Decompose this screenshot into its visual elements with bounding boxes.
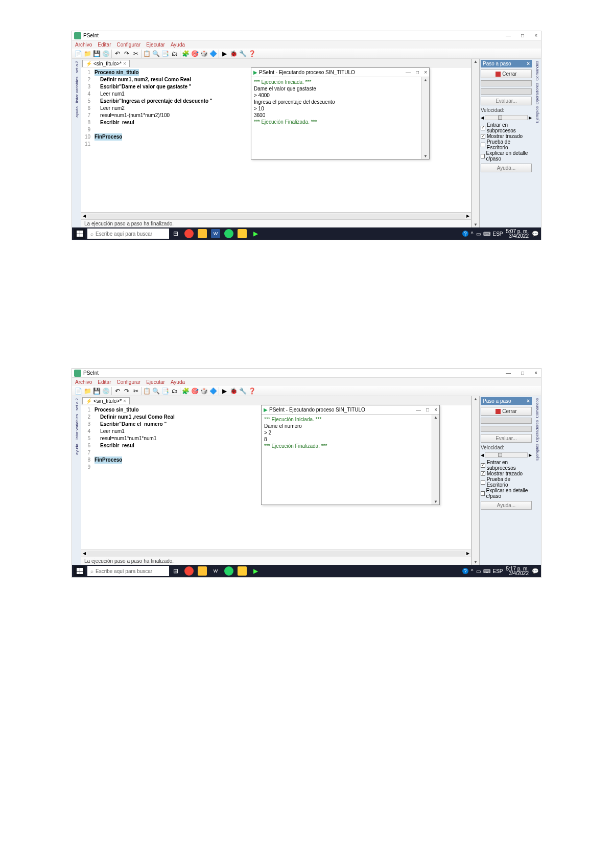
toolbar-btn-4[interactable]: ↶ — [113, 386, 122, 395]
word-icon[interactable]: W — [211, 566, 220, 576]
toolbar-btn-15[interactable]: ▶ — [220, 49, 229, 58]
scroll-left-icon[interactable]: ◀ — [81, 214, 87, 218]
toolbar-btn-10[interactable]: 🗂 — [170, 49, 179, 58]
toolbar-btn-0[interactable]: 📄 — [74, 386, 83, 395]
vtab-3[interactable]: ayuda — [74, 443, 80, 456]
taskbar-search[interactable]: ⌕ Escribe aquí para buscar — [87, 229, 169, 239]
toolbar-btn-3[interactable]: 💿 — [102, 386, 110, 395]
chevron-up-icon[interactable]: ^ — [471, 568, 474, 574]
cortana-icon[interactable]: ⊟ — [171, 229, 180, 238]
checkbox[interactable]: ✓ — [481, 134, 485, 139]
toolbar-btn-13[interactable]: 🎲 — [200, 386, 208, 395]
explorer-icon[interactable] — [198, 566, 207, 576]
toolbar-btn-17[interactable]: 🔧 — [239, 386, 247, 395]
toolbar-btn-0[interactable]: 📄 — [74, 49, 83, 58]
slider-left-icon[interactable]: ◀ — [481, 453, 484, 458]
taskbar-search[interactable]: ⌕ Escribe aquí para buscar — [87, 566, 169, 576]
battery-icon[interactable]: ▭ — [476, 568, 481, 574]
evaluar-button[interactable]: Evaluar... — [481, 97, 532, 105]
toolbar-btn-14[interactable]: 🔷 — [209, 386, 218, 395]
toolbar-btn-9[interactable]: 📑 — [161, 49, 170, 58]
option-row[interactable]: Explicar en detalle c/paso — [481, 488, 532, 499]
chevron-up-icon[interactable]: ^ — [471, 231, 474, 237]
option-row[interactable]: ✓Entrar en subprocesos — [481, 122, 532, 133]
console-output[interactable]: *** Ejecución Iniciada. ***Dame el numer… — [262, 415, 432, 505]
scroll-left-icon[interactable]: ◀ — [81, 551, 87, 556]
whatsapp-icon[interactable] — [224, 566, 233, 576]
toolbar-btn-17[interactable]: 🔧 — [239, 49, 247, 58]
toolbar-btn-3[interactable]: 💿 — [102, 49, 110, 58]
explorer-icon[interactable] — [198, 229, 207, 238]
editor-hscroll[interactable]: ◀ ▶ — [81, 550, 471, 557]
vtab-1[interactable]: set a.2 — [74, 60, 80, 74]
toolbar-btn-16[interactable]: 🐞 — [229, 49, 238, 58]
toolbar-btn-16[interactable]: 🐞 — [229, 386, 238, 395]
maximize-button[interactable]: □ — [520, 33, 526, 38]
minimize-button[interactable]: — — [504, 370, 512, 376]
lang-indicator[interactable]: ESP — [493, 231, 503, 237]
toolbar-btn-7[interactable]: 📋 — [143, 386, 151, 395]
run-task-icon[interactable]: ▶ — [251, 229, 260, 238]
toolbar-btn-5[interactable]: ↷ — [122, 49, 131, 58]
toolbar-btn-9[interactable]: 📑 — [161, 386, 170, 395]
doc-tab-close[interactable]: × — [123, 398, 126, 404]
checkbox[interactable]: ✓ — [481, 126, 485, 130]
minimize-button[interactable]: — — [504, 33, 512, 38]
console-vscroll[interactable]: ▲ ▼ — [432, 415, 439, 505]
toolbar-btn-7[interactable]: 📋 — [143, 49, 151, 58]
toolbar-btn-2[interactable]: 💾 — [92, 49, 101, 58]
scroll-right-icon[interactable]: ▶ — [465, 551, 471, 556]
whatsapp-icon[interactable] — [224, 229, 233, 238]
console-min[interactable]: — — [406, 70, 411, 75]
close-button[interactable]: × — [533, 370, 539, 376]
console-close[interactable]: × — [434, 407, 437, 413]
rvtab-2[interactable]: Operadores — [534, 82, 540, 105]
menu-configurar[interactable]: Configurar — [116, 42, 140, 48]
wifi-icon[interactable]: ⌨ — [483, 231, 490, 237]
close-button[interactable]: × — [533, 33, 539, 38]
menu-ejecutar[interactable]: Ejecutar — [146, 379, 165, 385]
notifications-icon[interactable]: 💬 — [532, 231, 539, 237]
vtab-1[interactable]: set a.2 — [74, 397, 80, 412]
toolbar-btn-1[interactable]: 📁 — [83, 49, 92, 58]
menu-archivo[interactable]: Archivo — [75, 42, 92, 48]
main-vscroll[interactable]: ▲ ▼ — [471, 396, 479, 565]
evaluar-button[interactable]: Evaluar... — [481, 434, 532, 443]
scroll-track[interactable] — [87, 551, 465, 556]
clock[interactable]: 5:07 p. m. 3/4/2022 — [506, 229, 529, 238]
toolbar-btn-6[interactable]: ✂ — [131, 386, 140, 395]
panel-close-icon[interactable]: × — [527, 61, 530, 66]
rvtab-3[interactable]: Ejemplos — [534, 443, 540, 462]
toolbar-btn-11[interactable]: 🧩 — [181, 386, 190, 395]
toolbar-btn-4[interactable]: ↶ — [113, 49, 122, 58]
console-max[interactable]: □ — [416, 70, 419, 75]
toolbar-btn-13[interactable]: 🎲 — [200, 49, 208, 58]
option-row[interactable]: Prueba de Escritorio — [481, 476, 532, 488]
toolbar-btn-8[interactable]: 🔍 — [152, 49, 160, 58]
menu-configurar[interactable]: Configurar — [116, 379, 140, 385]
scroll-up-icon[interactable]: ▲ — [433, 415, 438, 420]
start-button[interactable] — [74, 566, 85, 576]
chrome-icon[interactable] — [184, 566, 194, 576]
maximize-button[interactable]: □ — [520, 370, 526, 376]
scroll-up-icon[interactable]: ▲ — [423, 77, 428, 83]
toolbar-btn-12[interactable]: 🎯 — [191, 49, 199, 58]
battery-icon[interactable]: ▭ — [476, 231, 481, 237]
option-row[interactable]: ✓Mostrar trazado — [481, 133, 532, 139]
toolbar-btn-6[interactable]: ✂ — [131, 49, 140, 58]
scroll-track[interactable] — [87, 214, 465, 219]
checkbox[interactable] — [481, 491, 485, 496]
start-button[interactable] — [74, 229, 85, 239]
checkbox[interactable] — [481, 143, 485, 147]
vtab-3[interactable]: ayuda — [74, 105, 80, 119]
word-icon[interactable]: W — [211, 229, 220, 238]
scroll-down-icon[interactable]: ▼ — [473, 559, 478, 565]
option-row[interactable]: ✓Entrar en subprocesos — [481, 460, 532, 471]
ayuda-button[interactable]: Ayuda... — [481, 501, 532, 510]
toolbar-btn-18[interactable]: ❓ — [248, 386, 256, 395]
menu-editar[interactable]: Editar — [98, 379, 111, 385]
toolbar-btn-12[interactable]: 🎯 — [191, 386, 199, 395]
toolbar-btn-8[interactable]: 🔍 — [152, 386, 160, 395]
option-row[interactable]: Prueba de Escritorio — [481, 139, 532, 150]
cerrar-button[interactable]: Cerrar — [481, 70, 532, 78]
